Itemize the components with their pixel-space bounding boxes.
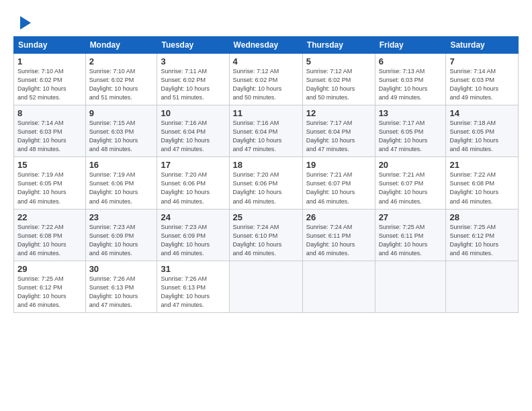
- day-cell: 12Sunrise: 7:17 AM Sunset: 6:04 PM Dayli…: [302, 105, 375, 157]
- day-cell: 30Sunrise: 7:26 AM Sunset: 6:13 PM Dayli…: [85, 261, 157, 312]
- day-cell: 31Sunrise: 7:26 AM Sunset: 6:13 PM Dayli…: [157, 261, 229, 312]
- day-cell: 9Sunrise: 7:15 AM Sunset: 6:03 PM Daylig…: [85, 105, 157, 157]
- day-number: 15: [17, 160, 82, 170]
- week-row-3: 22Sunrise: 7:22 AM Sunset: 6:08 PM Dayli…: [14, 209, 519, 261]
- day-number: 25: [233, 212, 299, 222]
- header-row: SundayMondayTuesdayWednesdayThursdayFrid…: [14, 37, 519, 54]
- day-cell: 7Sunrise: 7:14 AM Sunset: 6:03 PM Daylig…: [446, 54, 519, 105]
- day-info: Sunrise: 7:15 AM Sunset: 6:03 PM Dayligh…: [89, 119, 154, 154]
- svg-marker-0: [20, 16, 31, 30]
- day-cell: [229, 261, 302, 312]
- day-info: Sunrise: 7:25 AM Sunset: 6:11 PM Dayligh…: [379, 223, 443, 258]
- day-number: 5: [306, 56, 371, 66]
- day-number: 10: [161, 108, 225, 118]
- day-cell: 23Sunrise: 7:23 AM Sunset: 6:09 PM Dayli…: [85, 209, 157, 261]
- day-cell: 14Sunrise: 7:18 AM Sunset: 6:05 PM Dayli…: [446, 105, 519, 157]
- day-info: Sunrise: 7:14 AM Sunset: 6:03 PM Dayligh…: [449, 67, 515, 102]
- day-cell: 22Sunrise: 7:22 AM Sunset: 6:08 PM Dayli…: [14, 209, 86, 261]
- day-cell: 11Sunrise: 7:16 AM Sunset: 6:04 PM Dayli…: [229, 105, 302, 157]
- header-thursday: Thursday: [302, 37, 375, 54]
- day-number: 18: [233, 160, 299, 170]
- header-monday: Monday: [85, 37, 157, 54]
- day-info: Sunrise: 7:21 AM Sunset: 6:07 PM Dayligh…: [379, 171, 443, 205]
- day-number: 23: [89, 212, 154, 222]
- day-cell: [446, 261, 519, 312]
- day-cell: 6Sunrise: 7:13 AM Sunset: 6:03 PM Daylig…: [375, 54, 446, 105]
- day-info: Sunrise: 7:24 AM Sunset: 6:10 PM Dayligh…: [233, 223, 299, 258]
- day-number: 31: [161, 264, 225, 274]
- day-info: Sunrise: 7:18 AM Sunset: 6:05 PM Dayligh…: [449, 119, 515, 154]
- day-number: 2: [89, 56, 154, 66]
- week-row-4: 29Sunrise: 7:25 AM Sunset: 6:12 PM Dayli…: [14, 261, 519, 312]
- logo-icon: [15, 13, 34, 32]
- header-friday: Friday: [375, 37, 446, 54]
- day-info: Sunrise: 7:17 AM Sunset: 6:05 PM Dayligh…: [379, 119, 443, 154]
- day-cell: 29Sunrise: 7:25 AM Sunset: 6:12 PM Dayli…: [14, 261, 86, 312]
- day-number: 28: [449, 212, 515, 222]
- day-number: 6: [379, 56, 443, 66]
- day-number: 1: [17, 56, 82, 66]
- day-info: Sunrise: 7:11 AM Sunset: 6:02 PM Dayligh…: [161, 67, 225, 102]
- day-cell: 4Sunrise: 7:12 AM Sunset: 6:02 PM Daylig…: [229, 54, 302, 105]
- day-cell: 24Sunrise: 7:23 AM Sunset: 6:09 PM Dayli…: [157, 209, 229, 261]
- day-info: Sunrise: 7:26 AM Sunset: 6:13 PM Dayligh…: [161, 275, 225, 310]
- day-cell: 28Sunrise: 7:25 AM Sunset: 6:12 PM Dayli…: [446, 209, 519, 261]
- day-number: 3: [161, 56, 225, 66]
- day-cell: 21Sunrise: 7:22 AM Sunset: 6:08 PM Dayli…: [446, 157, 519, 209]
- day-info: Sunrise: 7:17 AM Sunset: 6:04 PM Dayligh…: [306, 119, 371, 154]
- header-wednesday: Wednesday: [229, 37, 302, 54]
- day-info: Sunrise: 7:16 AM Sunset: 6:04 PM Dayligh…: [161, 119, 225, 154]
- day-number: 8: [17, 108, 82, 118]
- day-cell: 26Sunrise: 7:24 AM Sunset: 6:11 PM Dayli…: [302, 209, 375, 261]
- day-info: Sunrise: 7:13 AM Sunset: 6:03 PM Dayligh…: [379, 67, 443, 102]
- day-number: 21: [449, 160, 515, 170]
- calendar-table: SundayMondayTuesdayWednesdayThursdayFrid…: [13, 36, 519, 313]
- day-cell: 25Sunrise: 7:24 AM Sunset: 6:10 PM Dayli…: [229, 209, 302, 261]
- day-number: 19: [306, 160, 371, 170]
- day-number: 4: [233, 56, 299, 66]
- day-cell: 13Sunrise: 7:17 AM Sunset: 6:05 PM Dayli…: [375, 105, 446, 157]
- page: SundayMondayTuesdayWednesdayThursdayFrid…: [0, 0, 532, 411]
- header: [13, 11, 519, 32]
- week-row-1: 8Sunrise: 7:14 AM Sunset: 6:03 PM Daylig…: [14, 105, 519, 157]
- day-info: Sunrise: 7:21 AM Sunset: 6:07 PM Dayligh…: [306, 171, 371, 205]
- day-cell: 3Sunrise: 7:11 AM Sunset: 6:02 PM Daylig…: [157, 54, 229, 105]
- header-tuesday: Tuesday: [157, 37, 229, 54]
- day-info: Sunrise: 7:20 AM Sunset: 6:06 PM Dayligh…: [161, 171, 225, 205]
- day-info: Sunrise: 7:12 AM Sunset: 6:02 PM Dayligh…: [233, 67, 299, 102]
- week-row-0: 1Sunrise: 7:10 AM Sunset: 6:02 PM Daylig…: [14, 54, 519, 105]
- day-info: Sunrise: 7:16 AM Sunset: 6:04 PM Dayligh…: [233, 119, 299, 154]
- day-info: Sunrise: 7:19 AM Sunset: 6:05 PM Dayligh…: [17, 171, 82, 205]
- day-number: 29: [17, 264, 82, 274]
- day-info: Sunrise: 7:23 AM Sunset: 6:09 PM Dayligh…: [161, 223, 225, 258]
- day-cell: 27Sunrise: 7:25 AM Sunset: 6:11 PM Dayli…: [375, 209, 446, 261]
- day-info: Sunrise: 7:10 AM Sunset: 6:02 PM Dayligh…: [89, 67, 154, 102]
- day-info: Sunrise: 7:22 AM Sunset: 6:08 PM Dayligh…: [449, 171, 515, 205]
- day-info: Sunrise: 7:22 AM Sunset: 6:08 PM Dayligh…: [17, 223, 82, 258]
- day-number: 13: [379, 108, 443, 118]
- day-info: Sunrise: 7:24 AM Sunset: 6:11 PM Dayligh…: [306, 223, 371, 258]
- day-number: 12: [306, 108, 371, 118]
- day-number: 14: [449, 108, 515, 118]
- day-cell: 1Sunrise: 7:10 AM Sunset: 6:02 PM Daylig…: [14, 54, 86, 105]
- day-cell: 18Sunrise: 7:20 AM Sunset: 6:06 PM Dayli…: [229, 157, 302, 209]
- day-cell: 17Sunrise: 7:20 AM Sunset: 6:06 PM Dayli…: [157, 157, 229, 209]
- day-info: Sunrise: 7:10 AM Sunset: 6:02 PM Dayligh…: [17, 67, 82, 102]
- day-info: Sunrise: 7:25 AM Sunset: 6:12 PM Dayligh…: [17, 275, 82, 310]
- day-number: 22: [17, 212, 82, 222]
- day-number: 24: [161, 212, 225, 222]
- day-cell: 16Sunrise: 7:19 AM Sunset: 6:06 PM Dayli…: [85, 157, 157, 209]
- header-saturday: Saturday: [446, 37, 519, 54]
- day-number: 17: [161, 160, 225, 170]
- day-number: 9: [89, 108, 154, 118]
- day-number: 11: [233, 108, 299, 118]
- day-info: Sunrise: 7:14 AM Sunset: 6:03 PM Dayligh…: [17, 119, 82, 154]
- day-number: 26: [306, 212, 371, 222]
- day-cell: 10Sunrise: 7:16 AM Sunset: 6:04 PM Dayli…: [157, 105, 229, 157]
- day-info: Sunrise: 7:26 AM Sunset: 6:13 PM Dayligh…: [89, 275, 154, 310]
- day-cell: 5Sunrise: 7:12 AM Sunset: 6:02 PM Daylig…: [302, 54, 375, 105]
- day-info: Sunrise: 7:25 AM Sunset: 6:12 PM Dayligh…: [449, 223, 515, 258]
- day-info: Sunrise: 7:12 AM Sunset: 6:02 PM Dayligh…: [306, 67, 371, 102]
- day-info: Sunrise: 7:20 AM Sunset: 6:06 PM Dayligh…: [233, 171, 299, 205]
- week-row-2: 15Sunrise: 7:19 AM Sunset: 6:05 PM Dayli…: [14, 157, 519, 209]
